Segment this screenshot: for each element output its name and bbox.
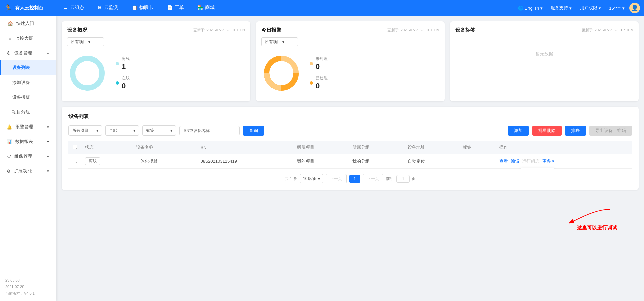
dropdown-item-sync[interactable]: 同步 — [521, 168, 554, 169]
device-overview-update: 更新于: 2021-07-29 23:01:10 ↻ — [193, 28, 245, 33]
row-action-cell: 查看 编辑 运行组态 更多 ▾ — [495, 154, 632, 169]
refresh-icon-overview[interactable]: ↻ — [242, 28, 245, 32]
device-overview-legend: 离线 1 在线 0 — [116, 56, 130, 90]
run-group-button[interactable]: 运行组态 — [522, 158, 540, 164]
device-tag-no-data: 暂无数据 — [455, 37, 633, 71]
edit-button[interactable]: 编辑 — [511, 158, 519, 164]
cloud-monitor-icon: 🖥 — [97, 5, 102, 10]
quick-start-icon: 🏠 — [8, 21, 13, 26]
sidebar-date: 2021-07-29 — [5, 284, 51, 290]
batch-delete-button[interactable]: 批量删除 — [532, 126, 562, 136]
filter-status-arrow-icon: ▾ — [133, 128, 135, 133]
nav-item-iot-card[interactable]: 📋 物联卡 — [125, 0, 160, 16]
device-table: 状态 设备名称 SN 所属项目 所属分组 设备地址 标签 操作 — [68, 141, 632, 169]
online-legend: 在线 0 — [116, 75, 130, 90]
today-alarm-title: 今日报警 — [261, 27, 281, 33]
sidebar-item-quick-start[interactable]: 🏠 快速入门 — [0, 16, 56, 31]
next-page-button[interactable]: 下一页 — [363, 174, 383, 183]
view-button[interactable]: 查看 — [499, 158, 508, 164]
nav-label-work-order: 工单 — [175, 5, 184, 11]
add-button[interactable]: 添加 — [508, 126, 529, 136]
avatar[interactable]: 👤 — [629, 3, 640, 13]
user-selector[interactable]: 15**** ▾ — [606, 4, 628, 12]
goto-prefix: 前往 — [386, 176, 394, 182]
sidebar-item-device-list[interactable]: 设备列表 — [0, 60, 56, 75]
device-tag-update: 更新于: 2021-07-29 23:01:10 ↻ — [582, 28, 633, 33]
quick-start-label: 快速入门 — [16, 20, 34, 27]
table-header-row: 状态 设备名称 SN 所属项目 所属分组 设备地址 标签 操作 — [68, 141, 632, 154]
export-button: 导出设备二维码 — [589, 126, 632, 136]
th-group: 所属分组 — [348, 141, 404, 154]
sidebar: 🏠 快速入门 🖥 监控大屏 ⏱ 设备管理 ▲ 设备列表 添加设备 设备模板 项目… — [0, 16, 56, 301]
filter-search-input[interactable] — [179, 126, 240, 135]
page-1-button[interactable]: 1 — [349, 175, 360, 183]
select-all-checkbox[interactable] — [73, 145, 77, 149]
refresh-icon-tag[interactable]: ↻ — [630, 28, 633, 32]
nav-label-cloud-monitor: 云监测 — [104, 5, 118, 11]
more-button[interactable]: 更多 ▾ — [542, 158, 554, 164]
device-list-card: 设备列表 所有项目 ▾ 全部 ▾ 标签 ▾ 查询 添加 批量删除 排序 导出设备… — [62, 107, 639, 190]
nav-item-mall[interactable]: 🏪 商城 — [191, 0, 221, 16]
annotation-arrow-svg — [563, 206, 617, 226]
refresh-icon-alarm[interactable]: ↻ — [436, 28, 439, 32]
support-label: 服务支持 — [551, 5, 568, 11]
sidebar-section-maintenance[interactable]: 🛡 维保管理 ▼ — [0, 149, 56, 164]
goto-page-input[interactable] — [396, 175, 410, 183]
update-text-tag: 更新于: 2021-07-29 23:01:10 — [582, 28, 629, 33]
row-checkbox[interactable] — [73, 159, 77, 163]
nav-item-cloud-monitor[interactable]: 🖥 云监测 — [91, 0, 125, 16]
data-report-icon: 📊 — [7, 139, 12, 144]
query-button[interactable]: 查询 — [243, 126, 264, 136]
nav-item-work-order[interactable]: 📄 工单 — [160, 0, 191, 16]
language-icon: 🌐 — [518, 6, 523, 11]
sort-button[interactable]: 排序 — [565, 126, 586, 136]
work-order-icon: 📄 — [167, 5, 173, 10]
filter-tag-select[interactable]: 标签 ▾ — [142, 125, 176, 136]
extend-label: 扩展功能 — [14, 168, 32, 174]
nav-item-cloud-config[interactable]: ☁ 云组态 — [56, 0, 91, 16]
sidebar-version: 当前版本：V4.0.1 — [5, 290, 51, 297]
logo-text: 有人云控制台 — [15, 5, 43, 11]
sidebar-section-extend[interactable]: ⚙ 扩展功能 ▼ — [0, 164, 56, 179]
page-size-select[interactable]: 10条/页 ▾ — [300, 174, 323, 183]
sidebar-item-device-template[interactable]: 设备模板 — [0, 90, 56, 105]
device-list-label: 设备列表 — [12, 65, 30, 71]
filter-tag-label: 标签 — [146, 128, 154, 133]
today-alarm-update: 更新于: 2021-07-29 23:01:10 ↻ — [387, 28, 439, 33]
device-tag-card: 设备标签 更新于: 2021-07-29 23:01:10 ↻ 暂无数据 — [450, 21, 639, 101]
sidebar-item-add-device[interactable]: 添加设备 — [0, 75, 56, 90]
monitor-screen-label: 监控大屏 — [15, 35, 33, 41]
sidebar-item-project-group[interactable]: 项目分组 — [0, 105, 56, 119]
top-nav: 🏃 有人云控制台 ≡ ☁ 云组态 🖥 云监测 📋 物联卡 📄 工单 🏪 商城 🌐… — [0, 0, 644, 16]
filter-status-select[interactable]: 全部 ▾ — [105, 125, 139, 136]
goto-suffix: 页 — [412, 176, 416, 182]
offline-label: 离线 — [122, 56, 130, 62]
maintenance-arrow-icon: ▼ — [46, 155, 50, 158]
today-alarm-project-select[interactable]: 所有项目 ▾ — [261, 37, 298, 46]
cards-row: 设备概况 更新于: 2021-07-29 23:01:10 ↻ 所有项目 ▾ — [62, 21, 639, 101]
device-management-label: 设备管理 — [14, 50, 32, 56]
nav-label-mall: 商城 — [205, 5, 215, 11]
device-project: 我的项目 — [297, 159, 314, 164]
prev-page-button[interactable]: 上一页 — [326, 174, 347, 183]
permission-selector[interactable]: 用户权限 ▾ — [577, 4, 604, 12]
device-management-arrow-icon: ▲ — [46, 51, 50, 55]
filter-project-select[interactable]: 所有项目 ▾ — [68, 125, 102, 136]
menu-icon[interactable]: ≡ — [49, 5, 52, 12]
support-selector[interactable]: 服务支持 ▾ — [547, 4, 575, 12]
sidebar-section-alarm[interactable]: 🔔 报警管理 ▼ — [0, 119, 56, 134]
device-group: 我的分组 — [352, 159, 370, 164]
today-alarm-card: 今日报警 更新于: 2021-07-29 23:01:10 ↻ 所有项目 ▾ — [256, 21, 445, 101]
language-label: English — [525, 6, 539, 11]
language-selector[interactable]: 🌐 English ▾ — [515, 4, 546, 12]
nav-label-cloud-config: 云组态 — [70, 5, 84, 11]
sidebar-section-data-report[interactable]: 📊 数据报表 ▼ — [0, 134, 56, 149]
device-overview-project-select[interactable]: 所有项目 ▾ — [67, 37, 104, 46]
permission-label: 用户权限 — [580, 5, 597, 11]
sidebar-section-device-management[interactable]: ⏱ 设备管理 ▲ — [0, 46, 56, 60]
processed-dot — [310, 81, 313, 85]
processed-count: 0 — [316, 82, 328, 90]
offline-legend: 离线 1 — [116, 56, 130, 71]
sidebar-item-monitor-screen[interactable]: 🖥 监控大屏 — [0, 31, 56, 46]
alarm-project-select-arrow-icon: ▾ — [282, 40, 284, 44]
